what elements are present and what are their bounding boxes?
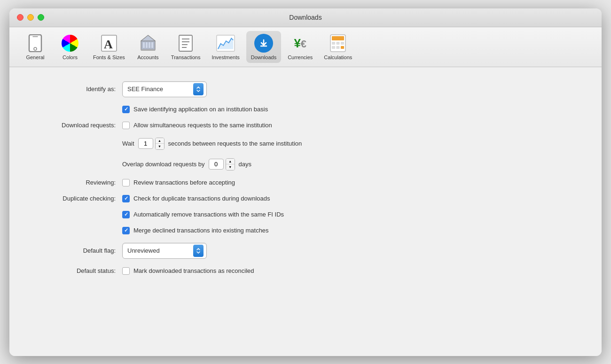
- review-transactions-text: Review transactions before accepting: [133, 179, 235, 186]
- svg-rect-23: [337, 42, 340, 45]
- wait-seconds-row: Wait ▲ ▼ seconds between requests to the…: [28, 138, 583, 150]
- svg-rect-24: [341, 42, 344, 45]
- wait-suffix: seconds between requests to the same ins…: [168, 140, 302, 147]
- minimize-button[interactable]: [27, 14, 34, 21]
- default-status-label: Default status:: [28, 267, 122, 274]
- svg-rect-6: [143, 42, 145, 48]
- reviewing-row: Reviewing: Review transactions before ac…: [28, 179, 583, 186]
- svg-rect-8: [149, 42, 150, 48]
- wait-stepper-arrows: ▲ ▼: [155, 138, 164, 150]
- auto-remove-control: Automatically remove transactions with t…: [122, 211, 284, 218]
- colors-label: Colors: [63, 54, 78, 60]
- calculations-icon: [329, 34, 347, 53]
- wait-prefix: Wait: [122, 140, 134, 147]
- svg-rect-0: [29, 35, 41, 52]
- close-button[interactable]: [17, 14, 24, 21]
- transactions-label: Transactions: [171, 54, 201, 60]
- window-title: Downloads: [289, 14, 321, 21]
- allow-simultaneous-checkbox-wrap[interactable]: Allow simultaneous requests to the same …: [122, 122, 272, 129]
- general-icon: [26, 34, 45, 53]
- merge-declined-text: Merge declined transactions into existin…: [133, 227, 269, 234]
- toolbar-item-investments[interactable]: Investments: [207, 31, 244, 63]
- default-flag-arrow: [193, 245, 204, 257]
- toolbar-item-calculations[interactable]: Calculations: [319, 31, 357, 63]
- merge-declined-row: Merge declined transactions into existin…: [28, 227, 583, 234]
- maximize-button[interactable]: [38, 14, 44, 21]
- identify-as-select[interactable]: SEE Finance: [122, 81, 207, 97]
- allow-simultaneous-text: Allow simultaneous requests to the same …: [133, 122, 272, 129]
- mark-reconciled-control: Mark downloaded transactions as reconcil…: [122, 267, 254, 275]
- investments-label: Investments: [212, 54, 239, 60]
- toolbar-item-currencies[interactable]: ¥€ Currencies: [283, 31, 317, 63]
- accounts-label: Accounts: [137, 54, 158, 60]
- svg-rect-11: [141, 49, 155, 51]
- wait-value-input[interactable]: [138, 138, 153, 149]
- allow-simultaneous-control: Allow simultaneous requests to the same …: [122, 122, 272, 129]
- calculations-label: Calculations: [324, 54, 352, 60]
- overlap-decrement-button[interactable]: ▼: [226, 164, 235, 170]
- review-transactions-checkbox-wrap[interactable]: Review transactions before accepting: [122, 179, 235, 186]
- identify-as-value: SEE Finance: [127, 85, 193, 93]
- identify-as-label: Identify as:: [28, 85, 122, 93]
- wait-seconds-control: Wait ▲ ▼ seconds between requests to the…: [122, 138, 302, 150]
- default-flag-select[interactable]: Unreviewed: [122, 243, 207, 259]
- overlap-value-input[interactable]: [209, 159, 224, 170]
- svg-rect-9: [151, 42, 153, 48]
- save-identifying-checkbox[interactable]: [122, 106, 130, 113]
- check-duplicate-checkbox-wrap[interactable]: Check for duplicate transactions during …: [122, 195, 270, 202]
- auto-remove-checkbox-wrap[interactable]: Automatically remove transactions with t…: [122, 211, 284, 218]
- merge-declined-checkbox-wrap[interactable]: Merge declined transactions into existin…: [122, 227, 269, 234]
- toolbar: General Colors A Fonts & Sizes: [9, 27, 602, 67]
- identify-as-control: SEE Finance: [122, 81, 207, 97]
- auto-remove-text: Automatically remove transactions with t…: [133, 211, 284, 218]
- overlap-days-row: Overlap download requests by ▲ ▼ days: [28, 158, 583, 170]
- save-identifying-row: Save identifying application on an insti…: [28, 106, 583, 113]
- overlap-stepper-arrows: ▲ ▼: [226, 158, 235, 170]
- downloads-icon: [254, 34, 273, 53]
- content-area: Identify as: SEE Finance: [9, 67, 602, 356]
- wait-increment-button[interactable]: ▲: [156, 138, 164, 144]
- toolbar-item-accounts[interactable]: Accounts: [132, 31, 164, 63]
- toolbar-item-colors[interactable]: Colors: [54, 31, 86, 63]
- toolbar-item-general[interactable]: General: [19, 31, 52, 63]
- check-duplicate-checkbox[interactable]: [122, 195, 130, 202]
- merge-declined-checkbox[interactable]: [122, 227, 130, 234]
- save-identifying-text: Save identifying application on an insti…: [133, 106, 268, 113]
- overlap-prefix: Overlap download requests by: [122, 161, 205, 168]
- colors-icon: [61, 34, 79, 53]
- wait-stepper: ▲ ▼: [138, 138, 164, 150]
- wait-decrement-button[interactable]: ▼: [156, 144, 164, 149]
- default-flag-row: Default flag: Unreviewed: [28, 243, 583, 259]
- identify-as-row: Identify as: SEE Finance: [28, 81, 583, 97]
- svg-rect-12: [179, 35, 192, 51]
- auto-remove-checkbox[interactable]: [122, 211, 130, 218]
- default-flag-control: Unreviewed: [122, 243, 207, 259]
- allow-simultaneous-checkbox[interactable]: [122, 122, 130, 129]
- identify-as-arrow: [193, 83, 204, 95]
- mark-reconciled-checkbox[interactable]: [122, 267, 130, 275]
- auto-remove-row: Automatically remove transactions with t…: [28, 211, 583, 218]
- toolbar-item-transactions[interactable]: Transactions: [166, 31, 205, 63]
- general-label: General: [26, 54, 44, 60]
- transactions-icon: [176, 34, 195, 53]
- toolbar-item-fonts[interactable]: A Fonts & Sizes: [88, 31, 130, 63]
- default-flag-label: Default flag:: [28, 247, 122, 254]
- merge-declined-control: Merge declined transactions into existin…: [122, 227, 269, 234]
- svg-rect-27: [341, 46, 344, 49]
- overlap-increment-button[interactable]: ▲: [226, 159, 235, 164]
- mark-reconciled-checkbox-wrap[interactable]: Mark downloaded transactions as reconcil…: [122, 267, 254, 275]
- main-window: Downloads General Colors: [9, 8, 602, 356]
- save-identifying-checkbox-wrap[interactable]: Save identifying application on an insti…: [122, 106, 268, 113]
- currencies-label: Currencies: [288, 54, 313, 60]
- svg-rect-26: [337, 46, 340, 49]
- check-duplicate-control: Check for duplicate transactions during …: [122, 195, 270, 202]
- mark-reconciled-text: Mark downloaded transactions as reconcil…: [133, 267, 254, 274]
- svg-rect-25: [332, 46, 335, 49]
- svg-text:A: A: [104, 38, 113, 51]
- downloads-label: Downloads: [251, 54, 276, 60]
- review-transactions-checkbox[interactable]: [122, 179, 130, 186]
- download-requests-row: Download requests: Allow simultaneous re…: [28, 122, 583, 129]
- toolbar-item-downloads[interactable]: Downloads: [246, 31, 281, 63]
- check-duplicate-text: Check for duplicate transactions during …: [133, 195, 270, 202]
- investments-icon: [216, 34, 235, 53]
